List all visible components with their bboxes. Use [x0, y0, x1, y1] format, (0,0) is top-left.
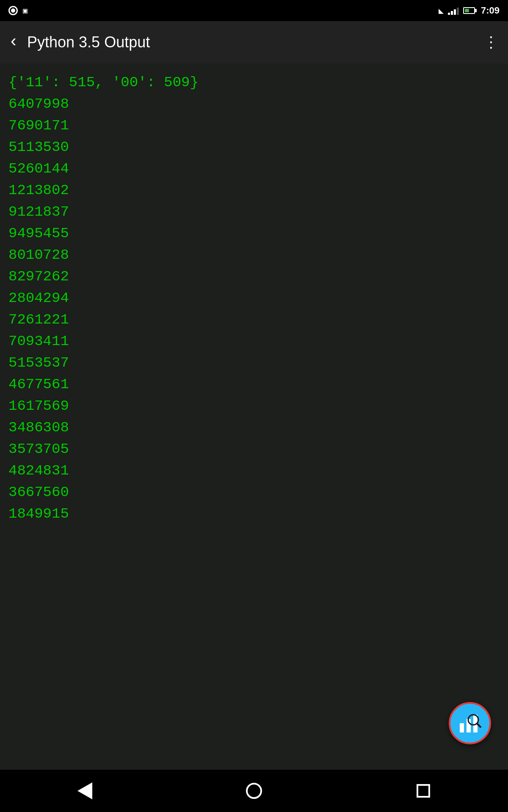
phone-icon: ▣ [23, 6, 28, 15]
fab-button[interactable] [449, 702, 491, 744]
nav-recents-icon [417, 784, 430, 798]
output-content: {'11': 515, '00': 509} 6407998 7690171 5… [0, 63, 508, 770]
back-button[interactable]: ‹ [8, 34, 19, 51]
record-icon [8, 6, 18, 15]
battery-icon [463, 7, 477, 14]
nav-home-icon [246, 783, 262, 799]
chart-icon [457, 710, 483, 736]
nav-back-button[interactable] [68, 774, 102, 808]
wifi-icon: ◣ [439, 5, 444, 16]
status-time: 7:09 [481, 5, 500, 16]
svg-rect-0 [460, 723, 464, 732]
page-title: Python 3.5 Output [27, 33, 483, 51]
status-left-icons: ▣ [8, 6, 28, 15]
overflow-menu-button[interactable]: ⋮ [483, 33, 500, 51]
signal-icon [448, 6, 459, 15]
navigation-bar [0, 770, 508, 812]
nav-recents-button[interactable] [406, 774, 440, 808]
app-bar: ‹ Python 3.5 Output ⋮ [0, 21, 508, 63]
output-lines: {'11': 515, '00': 509} 6407998 7690171 5… [8, 72, 500, 525]
status-bar: ▣ ◣ 7:09 [0, 0, 508, 21]
status-right-icons: ◣ 7:09 [439, 5, 500, 16]
nav-home-button[interactable] [237, 774, 271, 808]
nav-back-icon [77, 782, 92, 799]
svg-line-4 [477, 724, 480, 727]
